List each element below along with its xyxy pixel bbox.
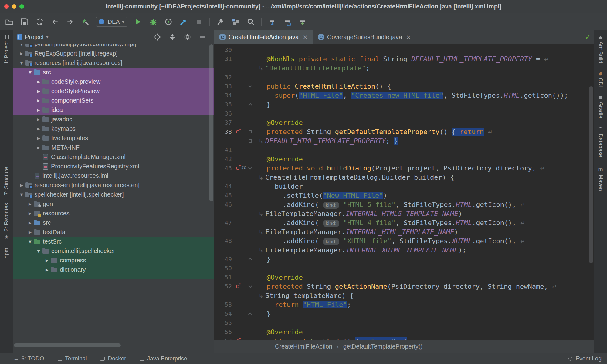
line-number[interactable]: 36 — [214, 110, 236, 117]
tree-item-testsrc[interactable]: ▼testSrc — [13, 237, 214, 246]
fold-marker[interactable] — [246, 100, 254, 109]
fold-marker[interactable] — [246, 136, 254, 145]
settings-wrench-icon[interactable] — [216, 17, 225, 26]
close-icon[interactable]: × — [303, 33, 308, 41]
tree-arrow-open-icon[interactable]: ▼ — [26, 70, 34, 75]
tree-item-componentsets[interactable]: ▶componentSets — [13, 96, 214, 105]
open-icon[interactable] — [5, 17, 14, 26]
tree-item-python-intellij-python-community-impl[interactable]: ▼python [intellij.python.community.impl] — [13, 44, 214, 49]
tree-arrow-closed-icon[interactable]: ▶ — [35, 98, 42, 103]
editor-tab-createhtmlfileaction-java[interactable]: CCreateHtmlFileAction.java× — [214, 30, 313, 44]
tree-arrow-closed-icon[interactable]: ▶ — [43, 258, 51, 263]
tree-arrow-closed-icon[interactable]: ▶ — [26, 221, 34, 225]
toolwindow-button-database[interactable]: Database — [597, 124, 604, 160]
run-with-coverage-icon[interactable] — [164, 17, 173, 26]
tree-item-meta-inf[interactable]: ▶META-INF — [13, 143, 214, 152]
line-number[interactable]: 38 — [214, 128, 236, 135]
gutter-icons[interactable]: ↑ — [236, 130, 246, 133]
line-number[interactable]: 57 — [214, 337, 236, 340]
tree-item-resources-intellij-java-resources[interactable]: ▼resources [intellij.java.resources] — [13, 58, 214, 68]
tree-arrow-closed-icon[interactable]: ▶ — [35, 145, 42, 150]
gutter-icons[interactable]: ↑ — [236, 339, 246, 340]
vcs-commit-icon[interactable] — [298, 17, 307, 26]
line-number[interactable]: 45 — [214, 192, 236, 199]
line-number[interactable]: 49 — [214, 255, 236, 263]
save-icon[interactable] — [20, 17, 29, 26]
line-number[interactable]: 56 — [214, 328, 236, 335]
debug-icon[interactable] — [149, 17, 158, 26]
project-vertical-scrollbar[interactable] — [209, 44, 213, 201]
synchronize-icon[interactable] — [35, 17, 44, 26]
fold-marker[interactable] — [246, 282, 254, 291]
locate-file-icon[interactable] — [153, 32, 162, 42]
line-number[interactable]: 53 — [214, 301, 236, 308]
editor-tab-coveragesuitesbundle-java[interactable]: CCoverageSuitesBundle.java× — [313, 30, 416, 44]
line-number[interactable]: 41 — [214, 146, 236, 153]
tree-arrow-closed-icon[interactable]: ▶ — [26, 230, 34, 234]
tree-arrow-open-icon[interactable]: ▼ — [18, 44, 25, 46]
tree-item-gen[interactable]: ▶gen — [13, 199, 214, 209]
tree-item-idea[interactable]: ▶idea — [13, 105, 214, 115]
line-number[interactable]: 42 — [214, 155, 236, 163]
statusbar-item-todo[interactable]: ≡6: TODO — [14, 355, 44, 362]
tree-arrow-closed-icon[interactable]: ▶ — [35, 136, 42, 140]
line-number[interactable]: 55 — [214, 319, 236, 326]
fold-marker[interactable] — [246, 163, 254, 173]
tree-arrow-closed-icon[interactable]: ▶ — [35, 108, 42, 112]
statusbar-item-java-enterprise[interactable]: Java Enterprise — [140, 355, 187, 362]
toolwindow-button-7-structure[interactable]: 7: Structure — [3, 164, 10, 198]
tree-item-dictionary[interactable]: ▶dictionary — [13, 265, 214, 275]
vcs-update-icon[interactable] — [268, 17, 277, 26]
line-number[interactable]: 46 — [214, 201, 236, 208]
override-marker-icon[interactable]: ↑ — [236, 130, 239, 133]
override-marker-icon[interactable]: ↑ — [236, 285, 239, 288]
project-structure-icon[interactable] — [231, 17, 240, 26]
tree-arrow-open-icon[interactable]: ▼ — [18, 61, 25, 65]
tree-item-testdata[interactable]: ▶testData — [13, 228, 214, 237]
fold-marker[interactable] — [246, 309, 254, 318]
toolwindow-button-npm[interactable]: npm — [3, 245, 10, 261]
build-project-icon[interactable] — [81, 17, 90, 26]
line-number[interactable]: 37 — [214, 119, 236, 126]
fold-marker[interactable] — [246, 127, 254, 136]
override-marker-icon[interactable]: ↑ — [236, 167, 239, 170]
run-icon[interactable] — [134, 17, 143, 26]
tree-item-compress[interactable]: ▶compress — [13, 256, 214, 265]
tree-arrow-closed-icon[interactable]: ▶ — [35, 89, 42, 93]
line-number[interactable]: 51 — [214, 274, 236, 281]
toolwindow-button-cdi[interactable]: CDI — [597, 69, 604, 90]
toolwindow-button-ant-build[interactable]: Ant Build — [597, 33, 604, 66]
line-number[interactable]: 34 — [214, 92, 236, 99]
toolwindow-button-1-project[interactable]: 1: Project — [3, 32, 10, 67]
collapse-all-icon[interactable] — [168, 32, 177, 42]
tree-item-livetemplates[interactable]: ▶liveTemplates — [13, 133, 214, 143]
code-editor[interactable]: 3031 @NonNls private static final String… — [214, 44, 594, 340]
editor-vertical-scrollbar[interactable] — [589, 86, 593, 263]
tree-item-src[interactable]: ▼src — [13, 68, 214, 77]
tree-arrow-open-icon[interactable]: ▼ — [26, 239, 34, 244]
breadcrumb-item-createhtmlfileaction[interactable]: CreateHtmlFileAction — [275, 343, 332, 350]
line-number[interactable]: 47 — [214, 219, 236, 226]
gear-icon[interactable] — [183, 32, 192, 42]
tree-item-classtemplatemanager-xml[interactable]: ClassTemplateManager.xml — [13, 152, 214, 162]
tree-arrow-closed-icon[interactable]: ▶ — [26, 202, 34, 206]
tree-arrow-closed-icon[interactable]: ▶ — [18, 51, 25, 56]
breadcrumb-item-getdefaulttemplateproperty[interactable]: getDefaultTemplateProperty() — [343, 343, 422, 350]
vcs-revert-icon[interactable] — [283, 17, 292, 26]
line-number[interactable]: 33 — [214, 83, 236, 90]
tree-item-keymaps[interactable]: ▶keymaps — [13, 124, 214, 133]
tree-item-resources-en-intellij-java-resources-en[interactable]: ▶resources-en [intellij.java.resources.e… — [13, 180, 214, 190]
tree-arrow-closed-icon[interactable]: ▶ — [43, 268, 51, 272]
tree-arrow-closed-icon[interactable]: ▶ — [35, 79, 42, 84]
statusbar-item-event-log[interactable]: Event Log — [568, 355, 602, 362]
tree-item-intellij-java-resources-iml[interactable]: intellij.java.resources.iml — [13, 171, 214, 180]
tree-item-regexpsupport-intellij-regexp[interactable]: ▶RegExpSupport [intellij.regexp] — [13, 49, 214, 58]
toolwindow-button-2-favorites[interactable]: 2: Favorites★ — [3, 200, 10, 243]
tree-arrow-open-icon[interactable]: ▼ — [18, 192, 25, 197]
line-number[interactable]: 31 — [214, 55, 236, 62]
project-panel-title[interactable]: Project — [25, 34, 44, 41]
inspection-status-icon[interactable]: ✓ — [585, 32, 591, 42]
forward-icon[interactable] — [66, 17, 75, 26]
line-number[interactable]: 44 — [214, 183, 236, 190]
fold-marker[interactable] — [246, 82, 254, 91]
